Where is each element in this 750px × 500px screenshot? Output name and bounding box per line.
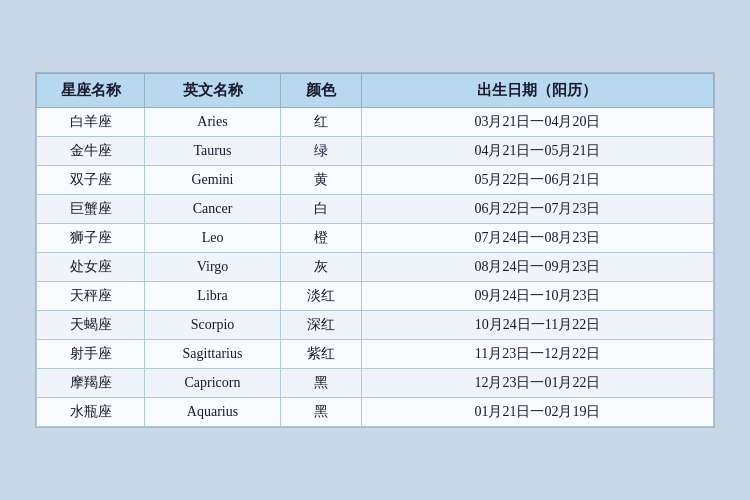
cell-date: 10月24日一11月22日 [361, 311, 713, 340]
cell-en: Gemini [145, 166, 280, 195]
cell-date: 01月21日一02月19日 [361, 398, 713, 427]
table-row: 处女座Virgo灰08月24日一09月23日 [37, 253, 714, 282]
cell-color: 深红 [280, 311, 361, 340]
cell-date: 12月23日一01月22日 [361, 369, 713, 398]
cell-zh: 射手座 [37, 340, 145, 369]
cell-en: Cancer [145, 195, 280, 224]
cell-date: 05月22日一06月21日 [361, 166, 713, 195]
cell-zh: 处女座 [37, 253, 145, 282]
header-color: 颜色 [280, 74, 361, 108]
table-row: 白羊座Aries红03月21日一04月20日 [37, 108, 714, 137]
cell-color: 淡红 [280, 282, 361, 311]
cell-color: 灰 [280, 253, 361, 282]
cell-zh: 白羊座 [37, 108, 145, 137]
zodiac-table: 星座名称 英文名称 颜色 出生日期（阳历） 白羊座Aries红03月21日一04… [35, 72, 715, 428]
cell-en: Libra [145, 282, 280, 311]
table-row: 水瓶座Aquarius黑01月21日一02月19日 [37, 398, 714, 427]
cell-zh: 金牛座 [37, 137, 145, 166]
table-row: 金牛座Taurus绿04月21日一05月21日 [37, 137, 714, 166]
cell-zh: 天秤座 [37, 282, 145, 311]
cell-date: 11月23日一12月22日 [361, 340, 713, 369]
cell-en: Capricorn [145, 369, 280, 398]
cell-date: 09月24日一10月23日 [361, 282, 713, 311]
cell-zh: 巨蟹座 [37, 195, 145, 224]
table-row: 天秤座Libra淡红09月24日一10月23日 [37, 282, 714, 311]
cell-color: 绿 [280, 137, 361, 166]
cell-color: 橙 [280, 224, 361, 253]
cell-date: 07月24日一08月23日 [361, 224, 713, 253]
cell-zh: 摩羯座 [37, 369, 145, 398]
header-date: 出生日期（阳历） [361, 74, 713, 108]
cell-color: 紫红 [280, 340, 361, 369]
cell-date: 08月24日一09月23日 [361, 253, 713, 282]
header-en: 英文名称 [145, 74, 280, 108]
header-zh: 星座名称 [37, 74, 145, 108]
table-header-row: 星座名称 英文名称 颜色 出生日期（阳历） [37, 74, 714, 108]
cell-en: Virgo [145, 253, 280, 282]
cell-zh: 天蝎座 [37, 311, 145, 340]
cell-en: Aries [145, 108, 280, 137]
cell-zh: 水瓶座 [37, 398, 145, 427]
cell-zh: 狮子座 [37, 224, 145, 253]
cell-color: 黄 [280, 166, 361, 195]
cell-zh: 双子座 [37, 166, 145, 195]
cell-date: 06月22日一07月23日 [361, 195, 713, 224]
table-row: 狮子座Leo橙07月24日一08月23日 [37, 224, 714, 253]
cell-color: 黑 [280, 398, 361, 427]
table-row: 射手座Sagittarius紫红11月23日一12月22日 [37, 340, 714, 369]
cell-color: 红 [280, 108, 361, 137]
cell-en: Aquarius [145, 398, 280, 427]
cell-date: 03月21日一04月20日 [361, 108, 713, 137]
cell-en: Taurus [145, 137, 280, 166]
cell-color: 黑 [280, 369, 361, 398]
table-row: 巨蟹座Cancer白06月22日一07月23日 [37, 195, 714, 224]
cell-date: 04月21日一05月21日 [361, 137, 713, 166]
table-row: 摩羯座Capricorn黑12月23日一01月22日 [37, 369, 714, 398]
cell-en: Scorpio [145, 311, 280, 340]
cell-color: 白 [280, 195, 361, 224]
table-row: 双子座Gemini黄05月22日一06月21日 [37, 166, 714, 195]
table-row: 天蝎座Scorpio深红10月24日一11月22日 [37, 311, 714, 340]
cell-en: Leo [145, 224, 280, 253]
cell-en: Sagittarius [145, 340, 280, 369]
